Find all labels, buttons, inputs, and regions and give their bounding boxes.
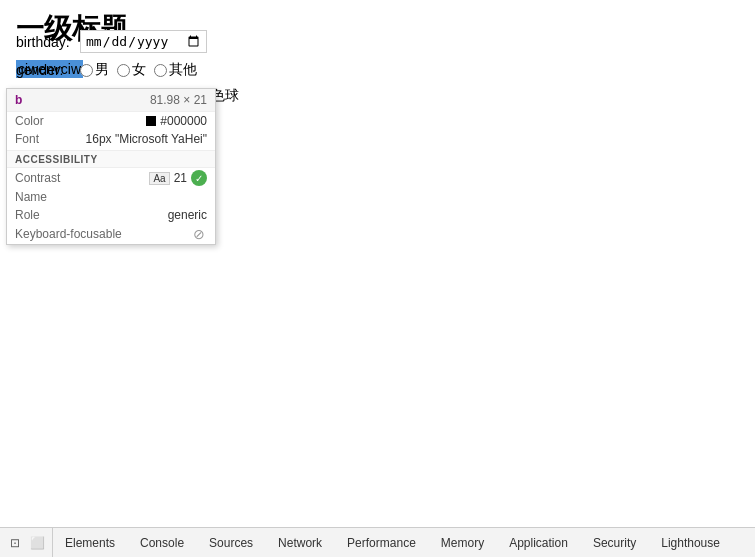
tab-network[interactable]: Network <box>266 528 335 557</box>
blocked-icon: ⊘ <box>191 226 207 242</box>
tab-lighthouse[interactable]: Lighthouse <box>649 528 733 557</box>
tab-application[interactable]: Application <box>497 528 581 557</box>
gender-row: gender: 男 女 其他 <box>16 61 739 79</box>
tooltip-header: b 81.98 × 21 <box>7 89 215 112</box>
devtools-tabs: Elements Console Sources Network Perform… <box>53 528 755 557</box>
tooltip-name-row: Name <box>7 188 215 206</box>
gender-female-radio[interactable] <box>117 64 130 77</box>
gender-female[interactable]: 女 <box>117 61 146 79</box>
tooltip-contrast-label: Contrast <box>15 171 60 185</box>
tooltip-name-label: Name <box>15 190 47 204</box>
tab-sources[interactable]: Sources <box>197 528 266 557</box>
tooltip-color-value: #000000 <box>146 114 207 128</box>
devtools-bar: ⊡ ⬜ Elements Console Sources Network Per… <box>0 527 755 557</box>
tooltip-tag: b <box>15 93 22 107</box>
main-content: 一级标题 ciwenvciw b 81.98 × 21 Color #00000… <box>0 0 755 527</box>
gender-male-radio[interactable] <box>80 64 93 77</box>
gender-other-label: 其他 <box>169 61 197 79</box>
gender-radio-group: 男 女 其他 <box>80 61 197 79</box>
birthday-row: birthday: <box>16 30 739 53</box>
color-swatch <box>146 116 156 126</box>
tooltip-contrast-value: Aa 21 ✓ <box>149 170 207 186</box>
contrast-check-icon: ✓ <box>191 170 207 186</box>
tooltip-keyboard-label: Keyboard-focusable <box>15 227 122 241</box>
birthday-label: birthday: <box>16 34 76 50</box>
gender-male[interactable]: 男 <box>80 61 109 79</box>
tooltip-color-row: Color #000000 <box>7 112 215 130</box>
devtools-device-icon[interactable]: ⬜ <box>28 534 46 552</box>
tooltip-role-value: generic <box>168 208 207 222</box>
devtools-icon-group: ⊡ ⬜ <box>0 528 53 557</box>
birthday-input[interactable] <box>80 30 207 53</box>
tooltip-dimensions: 81.98 × 21 <box>150 93 207 107</box>
tooltip-color-hex: #000000 <box>160 114 207 128</box>
tooltip-contrast-row: Contrast Aa 21 ✓ <box>7 168 215 188</box>
tab-security[interactable]: Security <box>581 528 649 557</box>
tab-performance[interactable]: Performance <box>335 528 429 557</box>
tab-console[interactable]: Console <box>128 528 197 557</box>
tab-elements[interactable]: Elements <box>53 528 128 557</box>
gender-other[interactable]: 其他 <box>154 61 197 79</box>
tooltip-role-row: Role generic <box>7 206 215 224</box>
devtools-cursor-icon[interactable]: ⊡ <box>6 534 24 552</box>
gender-female-label: 女 <box>132 61 146 79</box>
contrast-aa-badge: Aa <box>149 172 169 185</box>
tooltip-color-label: Color <box>15 114 44 128</box>
gender-male-label: 男 <box>95 61 109 79</box>
tooltip-keyboard-row: Keyboard-focusable ⊘ <box>7 224 215 244</box>
tooltip-font-row: Font 16px "Microsoft YaHei" <box>7 130 215 148</box>
gender-label: gender: <box>16 62 76 78</box>
accessibility-header: ACCESSIBILITY <box>7 150 215 168</box>
tooltip-keyboard-value: ⊘ <box>191 226 207 242</box>
gender-other-radio[interactable] <box>154 64 167 77</box>
tooltip-font-value: 16px "Microsoft YaHei" <box>86 132 207 146</box>
contrast-number: 21 <box>174 171 187 185</box>
tooltip-role-label: Role <box>15 208 40 222</box>
tooltip-font-label: Font <box>15 132 39 146</box>
element-tooltip: b 81.98 × 21 Color #000000 Font 16px "Mi… <box>6 88 216 245</box>
tab-memory[interactable]: Memory <box>429 528 497 557</box>
